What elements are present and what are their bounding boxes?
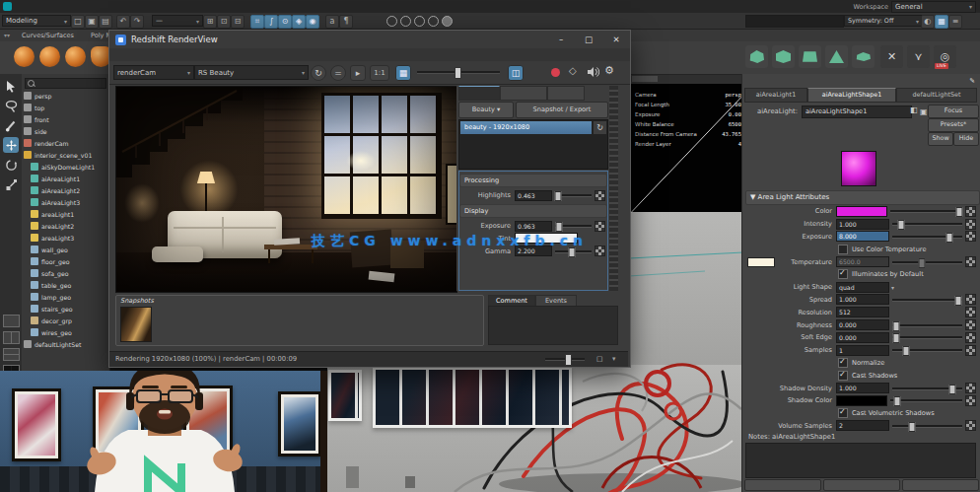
slider[interactable]: [892, 421, 962, 431]
outliner-item[interactable]: wall_geo: [22, 244, 109, 255]
value-field[interactable]: 0.000: [836, 319, 889, 330]
undo-icon[interactable]: ↶: [116, 15, 130, 29]
correction-row[interactable]: Processing Processing ▾: [459, 174, 607, 187]
select-component-icon[interactable]: ⊟: [231, 15, 245, 29]
slider-handle[interactable]: [949, 385, 956, 394]
slider[interactable]: [892, 384, 962, 393]
select-tool-icon[interactable]: [3, 78, 19, 94]
slider[interactable]: [555, 221, 592, 231]
map-button[interactable]: [595, 190, 605, 201]
camera-dropdown[interactable]: renderCam▾: [113, 65, 194, 80]
color-swatch[interactable]: [836, 206, 887, 217]
layout-three-pane-button[interactable]: [3, 348, 20, 361]
target-weld-icon[interactable]: ⋎: [907, 45, 930, 68]
ae-footer-button[interactable]: [744, 479, 821, 491]
attribute-row[interactable]: Samples Samples 1 ▾: [745, 344, 978, 357]
outliner-item[interactable]: front: [22, 113, 109, 125]
diamond-icon[interactable]: ◇: [569, 65, 577, 76]
checkbox[interactable]: [838, 269, 848, 279]
panel-tab[interactable]: [458, 86, 500, 101]
value-field[interactable]: 1: [836, 345, 889, 356]
attribute-row[interactable]: Shadow Color Shadow Color ▾: [745, 394, 978, 407]
hide-button[interactable]: Hide: [953, 132, 979, 146]
snap-grid-icon[interactable]: ⌗: [250, 15, 264, 29]
correction-row[interactable]: Exposure Exposure 0.963 ▾: [459, 220, 607, 233]
presets-button[interactable]: Presets*: [928, 118, 979, 132]
ae-tab[interactable]: aiAreaLight1: [744, 88, 807, 103]
rendered-image[interactable]: [115, 86, 457, 293]
slider[interactable]: [892, 320, 962, 330]
ipr-render-icon[interactable]: [414, 16, 425, 27]
multi-cut-icon[interactable]: ✕: [880, 45, 903, 68]
comment-body[interactable]: [488, 306, 618, 345]
slider-handle[interactable]: [894, 396, 901, 406]
node-name-field[interactable]: aiAreaLightShape1: [802, 105, 912, 118]
symmetry-dropdown[interactable]: Symmetry: Off▾: [844, 15, 923, 27]
poly-cube-icon[interactable]: [772, 45, 795, 68]
slider-handle[interactable]: [893, 333, 900, 343]
output-connections-icon[interactable]: ¶: [339, 15, 353, 29]
attribute-row[interactable]: Temperature Temperature 6500.0 ▾: [745, 255, 978, 268]
color-swatch[interactable]: [836, 395, 887, 406]
menu-item[interactable]: [45, 3, 55, 11]
snap-plane-icon[interactable]: ◈: [292, 15, 306, 29]
value-field[interactable]: quad: [836, 282, 889, 293]
slider-handle[interactable]: [455, 67, 461, 79]
hide-node-icon[interactable]: ▣: [920, 107, 928, 116]
slider-handle[interactable]: [903, 346, 910, 356]
value-field[interactable]: 0.463: [515, 190, 552, 201]
menu-item[interactable]: [134, 3, 144, 11]
rotate-tool-icon[interactable]: [3, 157, 19, 173]
expand-icon[interactable]: □: [596, 352, 602, 367]
restart-render-icon[interactable]: ↻: [311, 65, 326, 81]
poly-plane-icon[interactable]: [852, 45, 875, 68]
menu-item[interactable]: [85, 3, 95, 11]
value-field[interactable]: 1.000: [836, 219, 889, 230]
input-connections-icon[interactable]: a: [325, 15, 339, 29]
slider-handle[interactable]: [946, 233, 953, 243]
snapshot-thumbnail[interactable]: [120, 307, 152, 342]
poly-sphere-icon[interactable]: [745, 45, 768, 68]
save-scene-icon[interactable]: ▤: [99, 15, 112, 29]
shelf-collapse-icon[interactable]: ▾▾: [4, 32, 10, 38]
outliner-item[interactable]: defaultLightSet: [22, 338, 109, 350]
aov-dropdown[interactable]: RS Beauty▾: [194, 65, 309, 80]
pause-render-icon[interactable]: =: [330, 65, 346, 81]
outliner-item[interactable]: sofa_geo: [22, 267, 109, 279]
outliner-item[interactable]: decor_grp: [22, 315, 109, 326]
menu-item[interactable]: [35, 3, 45, 11]
outliner-item[interactable]: renderCam: [22, 137, 109, 149]
menu-item[interactable]: [154, 3, 164, 11]
minimize-button[interactable]: –: [547, 31, 575, 48]
attribute-row[interactable]: Exposure Exposure 8.000 ▾: [745, 231, 978, 244]
ae-tab[interactable]: defaultLightSet: [896, 88, 977, 103]
map-button[interactable]: [965, 420, 976, 431]
slider[interactable]: [555, 246, 592, 256]
value-field[interactable]: 0.000: [836, 332, 889, 343]
snapshot-icon[interactable]: ▦: [395, 65, 411, 81]
command-line-input[interactable]: [745, 15, 844, 28]
ab-compare-icon[interactable]: ◫: [508, 65, 524, 81]
menu-item[interactable]: [144, 3, 154, 11]
checkbox[interactable]: [838, 358, 848, 368]
new-scene-icon[interactable]: □: [71, 15, 85, 29]
map-button[interactable]: [965, 256, 976, 267]
slider[interactable]: [892, 345, 962, 355]
swap-node-icon[interactable]: ◧: [910, 105, 918, 114]
move-tool-icon[interactable]: [3, 137, 19, 153]
compare-slider[interactable]: [417, 71, 500, 74]
menu-item[interactable]: [55, 3, 65, 11]
redo-icon[interactable]: ↷: [130, 15, 144, 29]
menu-item[interactable]: [164, 3, 174, 11]
select-object-icon[interactable]: ⊡: [217, 15, 231, 29]
map-button[interactable]: [965, 395, 976, 406]
notes-textarea[interactable]: [745, 443, 976, 478]
snap-curve-icon[interactable]: ∫: [264, 15, 278, 29]
attribute-row[interactable]: Light Shape Light Shape quad ▾: [745, 281, 978, 294]
menu-item[interactable]: [174, 3, 183, 11]
outliner-item[interactable]: aiSkyDomeLight1: [22, 161, 109, 173]
panel-scrollbar[interactable]: [609, 86, 618, 291]
correction-row[interactable]: Tint Tint ▾: [459, 233, 607, 246]
panel-tab[interactable]: [547, 86, 585, 101]
make-live-icon[interactable]: ◎LIVE: [934, 45, 956, 68]
